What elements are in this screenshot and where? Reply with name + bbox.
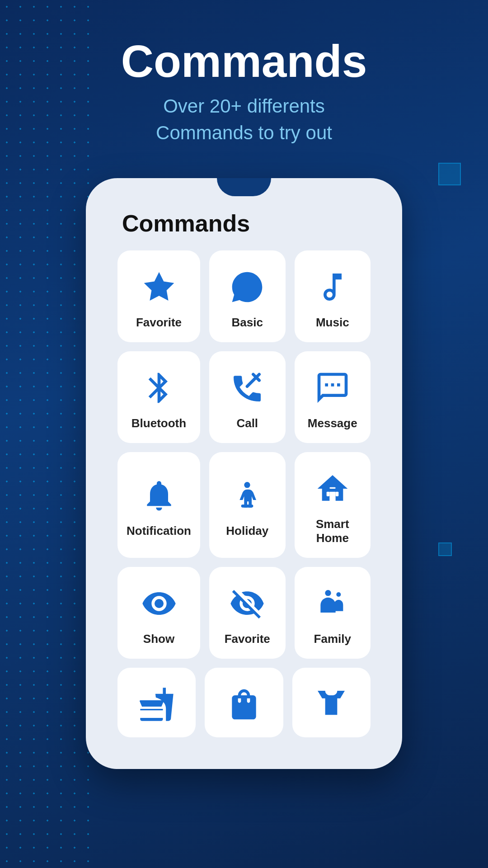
favorite2-label: Favorite bbox=[225, 632, 270, 646]
show-label: Show bbox=[143, 632, 174, 646]
basic-label: Basic bbox=[232, 316, 263, 330]
grid-item-basic[interactable]: Basic bbox=[209, 250, 286, 342]
family-label: Family bbox=[314, 632, 351, 646]
grid-item-shopping[interactable] bbox=[205, 668, 283, 737]
holiday-icon bbox=[227, 475, 267, 516]
grid-item-notification[interactable]: Notification bbox=[117, 452, 200, 558]
svg-point-0 bbox=[244, 482, 250, 488]
grid-item-clothes[interactable] bbox=[292, 668, 371, 737]
music-label: Music bbox=[316, 316, 349, 330]
shopping-icon bbox=[224, 684, 264, 725]
partial-grid bbox=[117, 668, 371, 737]
message-icon bbox=[312, 368, 353, 408]
bluetooth-label: Bluetooth bbox=[131, 416, 186, 430]
eye-off-icon bbox=[227, 583, 267, 624]
bell-icon bbox=[139, 475, 179, 516]
phone-mockup: Commands Favorite bbox=[86, 178, 402, 769]
message-label: Message bbox=[308, 416, 357, 430]
commands-section-title: Commands bbox=[117, 210, 371, 237]
phone-inner: Commands Favorite bbox=[104, 201, 384, 751]
grid-item-family[interactable]: Family bbox=[295, 567, 371, 659]
smart-home-label: Smart Home bbox=[304, 517, 362, 545]
commands-grid: Favorite Basic bbox=[117, 250, 371, 659]
grid-item-call[interactable]: Call bbox=[209, 351, 286, 443]
grid-item-food[interactable] bbox=[117, 668, 196, 737]
phone-wrapper: Commands Favorite bbox=[0, 178, 488, 769]
food-icon bbox=[136, 684, 177, 725]
header-subtitle: Over 20+ differentsCommands to try out bbox=[27, 93, 461, 146]
grid-item-show[interactable]: Show bbox=[117, 567, 200, 659]
svg-rect-2 bbox=[326, 491, 329, 496]
grid-item-favorite2[interactable]: Favorite bbox=[209, 567, 286, 659]
star-icon bbox=[139, 267, 179, 307]
home-icon bbox=[312, 468, 353, 509]
bluetooth-icon bbox=[139, 368, 179, 408]
svg-rect-4 bbox=[329, 487, 335, 488]
svg-rect-3 bbox=[335, 491, 338, 496]
header-title: Commands bbox=[27, 36, 461, 86]
svg-point-6 bbox=[336, 592, 341, 597]
chat-icon bbox=[227, 267, 267, 307]
family-icon bbox=[312, 583, 353, 624]
favorite-label: Favorite bbox=[136, 316, 182, 330]
grid-item-holiday[interactable]: Holiday bbox=[209, 452, 286, 558]
svg-point-5 bbox=[325, 590, 331, 596]
notification-label: Notification bbox=[127, 524, 191, 538]
grid-item-favorite[interactable]: Favorite bbox=[117, 250, 200, 342]
call-icon bbox=[227, 368, 267, 408]
grid-item-bluetooth[interactable]: Bluetooth bbox=[117, 351, 200, 443]
clothes-icon bbox=[311, 684, 352, 725]
call-label: Call bbox=[236, 416, 258, 430]
grid-item-music[interactable]: Music bbox=[295, 250, 371, 342]
svg-rect-1 bbox=[241, 505, 253, 508]
header: Commands Over 20+ differentsCommands to … bbox=[0, 0, 488, 165]
eye-icon bbox=[139, 583, 179, 624]
holiday-label: Holiday bbox=[226, 524, 268, 538]
grid-item-smart-home[interactable]: Smart Home bbox=[295, 452, 371, 558]
grid-item-message[interactable]: Message bbox=[295, 351, 371, 443]
music-icon bbox=[312, 267, 353, 307]
